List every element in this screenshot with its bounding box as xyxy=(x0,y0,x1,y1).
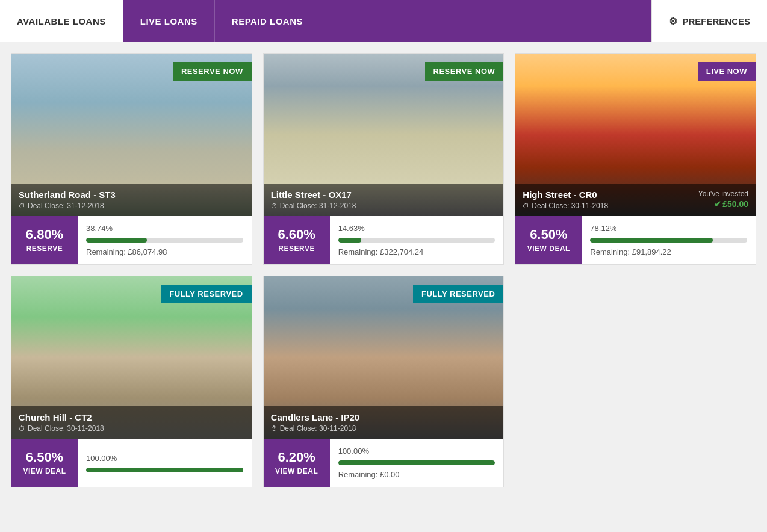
card-address-ip20: Candlers Lane - IP20 xyxy=(271,412,360,422)
nav-spacer xyxy=(320,0,651,42)
tab-available-loans[interactable]: AVAILABLE LOANS xyxy=(0,0,123,42)
rate-box-ox17[interactable]: 6.60% RESERVE xyxy=(264,216,330,264)
badge-ip20: FULLY RESERVED xyxy=(413,285,503,303)
progress-bar-bg-ip20 xyxy=(338,460,495,465)
loan-card-ip20[interactable]: FULLY RESERVED Candlers Lane - IP20 Deal… xyxy=(263,276,505,487)
loan-card-ox17[interactable]: RESERVE NOW Little Street - OX17 Deal Cl… xyxy=(263,53,505,265)
card-address-ct2: Church Hill - CT2 xyxy=(19,412,104,422)
main-content: RESERVE NOW Sutherland Road - ST3 Deal C… xyxy=(0,42,767,506)
badge-ox17: RESERVE NOW xyxy=(425,62,504,81)
progress-bar-bg-ct2 xyxy=(86,468,243,472)
card-address-ox17: Little Street - OX17 xyxy=(271,190,356,200)
nav-bar: AVAILABLE LOANS LIVE LOANS REPAID LOANS … xyxy=(0,0,767,42)
tab-live-label: LIVE LOANS xyxy=(140,16,197,26)
preferences-label: PREFERENCES xyxy=(682,16,750,26)
clock-icon xyxy=(523,202,529,210)
action-label-cr0: VIEW DEAL xyxy=(527,244,570,253)
card-title-overlay-cr0: High Street - CR0 Deal Close: 30-11-2018… xyxy=(515,184,756,216)
tab-repaid-loans[interactable]: REPAID LOANS xyxy=(215,0,320,42)
card-stats-st3: 38.74% Remaining: £86,074.98 xyxy=(78,216,252,264)
stat-remaining: Remaining: £91,894.22 xyxy=(590,247,747,256)
stat-percent-st3: 38.74% xyxy=(86,224,243,233)
clock-icon xyxy=(271,424,278,433)
rate-value-cr0: 6.50% xyxy=(530,227,567,242)
tab-available-label: AVAILABLE LOANS xyxy=(17,16,106,26)
progress-bar-fill-ip20 xyxy=(338,460,495,465)
card-title-overlay-ct2: Church Hill - CT2 Deal Close: 30-11-2018 xyxy=(11,406,252,439)
card-deal-close-ct2: Deal Close: 30-11-2018 xyxy=(19,424,104,433)
card-address-cr0: High Street - CR0 xyxy=(523,190,608,200)
rate-box-cr0[interactable]: 6.50% VIEW DEAL xyxy=(515,216,582,264)
check-icon: ✔ xyxy=(714,199,721,209)
card-title-row: Little Street - OX17 Deal Close: 31-12-2… xyxy=(271,190,497,210)
stat-percent-cr0: 78.12% xyxy=(590,224,747,233)
card-title-row: Candlers Lane - IP20 Deal Close: 30-11-2… xyxy=(271,412,497,433)
card-image-ct2: FULLY RESERVED Church Hill - CT2 Deal Cl… xyxy=(11,276,252,439)
gear-icon xyxy=(669,16,677,27)
stat-percent-ox17: 14.63% xyxy=(338,224,495,233)
progress-bar-bg-ox17 xyxy=(338,238,495,243)
progress-bar-bg-cr0 xyxy=(590,238,747,243)
clock-icon xyxy=(19,202,25,210)
action-label-st3: RESERVE xyxy=(26,244,63,253)
loan-grid: RESERVE NOW Sutherland Road - ST3 Deal C… xyxy=(11,53,756,487)
card-stats-cr0: 78.12% Remaining: £91,894.22 xyxy=(582,216,756,264)
clock-icon xyxy=(19,424,25,433)
card-image-st3: RESERVE NOW Sutherland Road - ST3 Deal C… xyxy=(11,54,252,216)
card-title-row: Sutherland Road - ST3 Deal Close: 31-12-… xyxy=(19,190,244,210)
card-deal-close-ox17: Deal Close: 31-12-2018 xyxy=(271,202,356,210)
badge-st3: RESERVE NOW xyxy=(173,62,252,81)
stat-percent-ip20: 100.00% xyxy=(338,447,495,456)
card-stats-ox17: 14.63% Remaining: £322,704.24 xyxy=(330,216,504,264)
badge-cr0: LIVE NOW xyxy=(698,62,756,81)
preferences-button[interactable]: PREFERENCES xyxy=(651,0,767,42)
card-stats-ip20: 100.00% Remaining: £0.00 xyxy=(330,439,504,487)
rate-value-st3: 6.80% xyxy=(26,227,63,242)
rate-box-ip20[interactable]: 6.20% VIEW DEAL xyxy=(264,439,330,487)
card-image-ip20: FULLY RESERVED Candlers Lane - IP20 Deal… xyxy=(264,276,504,439)
progress-bar-fill-ct2 xyxy=(86,468,243,472)
progress-bar-fill-cr0 xyxy=(590,238,713,243)
card-title-overlay-ip20: Candlers Lane - IP20 Deal Close: 30-11-2… xyxy=(264,406,504,439)
tab-live-loans[interactable]: LIVE LOANS xyxy=(123,0,215,42)
rate-value-ip20: 6.20% xyxy=(278,450,315,465)
card-title-overlay-ox17: Little Street - OX17 Deal Close: 31-12-2… xyxy=(264,184,504,216)
invested-amount-cr0: ✔£50.00 xyxy=(698,199,748,209)
card-bottom-cr0: 6.50% VIEW DEAL 78.12% Remaining: £91,89… xyxy=(515,216,756,264)
clock-icon xyxy=(271,202,278,210)
card-title-row: Church Hill - CT2 Deal Close: 30-11-2018 xyxy=(19,412,244,433)
progress-bar-fill-ox17 xyxy=(338,238,361,243)
stat-remaining: Remaining: £322,704.24 xyxy=(338,247,495,256)
card-deal-close-st3: Deal Close: 31-12-2018 xyxy=(19,202,116,210)
action-label-ct2: VIEW DEAL xyxy=(23,467,66,475)
stat-remaining: Remaining: £0.00 xyxy=(338,470,495,479)
invested-label-cr0: You've invested xyxy=(698,190,748,198)
rate-box-ct2[interactable]: 6.50% VIEW DEAL xyxy=(11,439,78,487)
card-deal-close-cr0: Deal Close: 30-11-2018 xyxy=(523,202,608,210)
progress-bar-bg-st3 xyxy=(86,238,243,243)
card-deal-close-ip20: Deal Close: 30-11-2018 xyxy=(271,424,360,433)
card-bottom-ox17: 6.60% RESERVE 14.63% Remaining: £322,704… xyxy=(264,216,504,264)
card-image-ox17: RESERVE NOW Little Street - OX17 Deal Cl… xyxy=(264,54,504,216)
stat-percent-ct2: 100.00% xyxy=(86,454,243,463)
card-image-cr0: LIVE NOW High Street - CR0 Deal Close: 3… xyxy=(515,54,756,216)
badge-ct2: FULLY RESERVED xyxy=(161,285,251,303)
card-address-st3: Sutherland Road - ST3 xyxy=(19,190,116,200)
loan-card-cr0[interactable]: LIVE NOW High Street - CR0 Deal Close: 3… xyxy=(515,53,756,265)
rate-value-ox17: 6.60% xyxy=(278,227,315,242)
card-title-row: High Street - CR0 Deal Close: 30-11-2018… xyxy=(523,190,748,210)
action-label-ox17: RESERVE xyxy=(278,244,315,253)
card-title-overlay-st3: Sutherland Road - ST3 Deal Close: 31-12-… xyxy=(11,184,252,216)
action-label-ip20: VIEW DEAL xyxy=(275,467,318,475)
card-bottom-st3: 6.80% RESERVE 38.74% Remaining: £86,074.… xyxy=(11,216,252,264)
tab-repaid-label: REPAID LOANS xyxy=(232,16,303,26)
loan-card-st3[interactable]: RESERVE NOW Sutherland Road - ST3 Deal C… xyxy=(11,53,252,265)
progress-bar-fill-st3 xyxy=(86,238,147,243)
card-stats-ct2: 100.00% xyxy=(78,439,252,487)
rate-value-ct2: 6.50% xyxy=(26,450,63,465)
card-bottom-ip20: 6.20% VIEW DEAL 100.00% Remaining: £0.00 xyxy=(264,439,504,487)
stat-remaining: Remaining: £86,074.98 xyxy=(86,247,243,256)
loan-card-ct2[interactable]: FULLY RESERVED Church Hill - CT2 Deal Cl… xyxy=(11,276,252,487)
rate-box-st3[interactable]: 6.80% RESERVE xyxy=(11,216,78,264)
card-bottom-ct2: 6.50% VIEW DEAL 100.00% xyxy=(11,439,252,487)
